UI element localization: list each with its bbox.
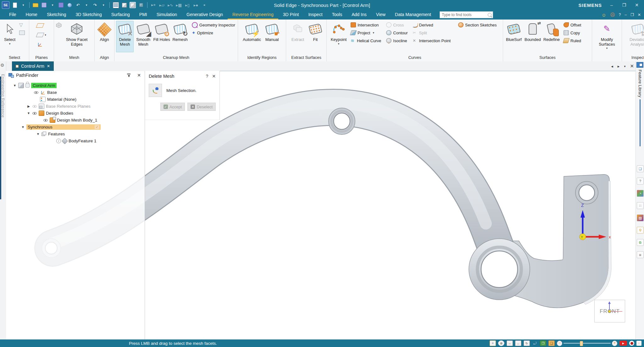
intersection-button[interactable]: Intersection: [350, 21, 382, 28]
tab-close-button[interactable]: ✕: [630, 63, 634, 69]
lower-hole[interactable]: [481, 251, 518, 287]
helical-curve-button[interactable]: ≋Helical Curve: [350, 37, 382, 44]
layer-overlay-icon[interactable]: ❑: [548, 340, 555, 346]
pan-icon[interactable]: ↔: [515, 340, 521, 346]
tree-node-base[interactable]: Base: [34, 89, 57, 96]
tab-3d-print[interactable]: 3D Print: [278, 10, 304, 20]
zoom-out-button[interactable]: −: [557, 341, 562, 346]
feedback-sad-icon[interactable]: ☹: [610, 12, 615, 18]
tab-home[interactable]: Home: [21, 10, 42, 20]
select-dropdown[interactable]: ▾: [9, 42, 11, 45]
bounded-button[interactable]: ⇄ Bounded: [524, 21, 542, 52]
view-styles-icon[interactable]: ❐: [540, 340, 546, 346]
mirror-tool-button[interactable]: ▸▯: [184, 2, 191, 8]
align-button[interactable]: Align: [96, 21, 113, 52]
node-label-features[interactable]: Features: [48, 132, 65, 136]
select-button[interactable]: Select ▾: [2, 21, 18, 52]
expand-icon[interactable]: ▼: [13, 84, 17, 87]
remesh-button[interactable]: ↻ Remesh: [171, 21, 189, 52]
fit-button[interactable]: Fit: [307, 21, 324, 52]
style-button[interactable]: [66, 2, 73, 8]
tab-inspect[interactable]: Inspect: [303, 10, 327, 20]
bracket-hole[interactable]: [579, 185, 595, 201]
qat-customize-button[interactable]: ≡: [201, 2, 208, 8]
group-label-planes[interactable]: Planes: [29, 54, 54, 61]
pathfinder-dock-icon[interactable]: ❏: [637, 165, 644, 172]
minimize-button[interactable]: –: [609, 3, 614, 8]
group-label-mesh[interactable]: Mesh: [54, 54, 94, 61]
planes-dropdown[interactable]: ▾: [45, 33, 46, 37]
node-label-bodyfeature[interactable]: BodyFeature 1: [69, 139, 97, 143]
upper-hole[interactable]: [334, 113, 350, 129]
tab-scroll-left-button[interactable]: ◂: [611, 64, 613, 69]
tab-reverse-engineering[interactable]: Reverse Engineering: [228, 10, 278, 20]
tree-node-material[interactable]: Material (None): [40, 96, 76, 103]
zoom-slider[interactable]: [564, 343, 611, 344]
manual-button[interactable]: ☛ Manual: [262, 21, 282, 52]
new-document-button[interactable]: [12, 2, 18, 8]
dialog-close-icon[interactable]: ✕: [212, 74, 216, 79]
tree-node-features[interactable]: ▼ Features: [36, 131, 65, 137]
sketch-layers-icon[interactable]: ⧉: [637, 239, 644, 246]
curve-tool-button[interactable]: ▸∿: [167, 2, 174, 8]
keypoint-dropdown[interactable]: ▾: [338, 42, 340, 45]
engineering-reference-tab[interactable]: Engineering Reference: [1, 74, 5, 117]
project-dropdown[interactable]: ▾: [372, 31, 374, 34]
shaded-edges-view-button[interactable]: [130, 2, 136, 8]
visibility-eye-icon[interactable]: [34, 90, 39, 95]
mesh-selection-step-button[interactable]: [149, 84, 162, 97]
zoom-in-button[interactable]: +: [612, 341, 617, 346]
tab-sketching[interactable]: Sketching: [42, 10, 71, 20]
save-button[interactable]: [58, 2, 64, 8]
visibility-hidden-icon[interactable]: [32, 104, 37, 109]
group-label-align[interactable]: Align: [95, 54, 114, 61]
feedback-happy-icon[interactable]: ☺: [602, 12, 606, 18]
group-label-inspect[interactable]: Inspect: [622, 54, 644, 61]
tab-tools[interactable]: Tools: [327, 10, 347, 20]
share-upload-button[interactable]: ↑: [636, 341, 641, 346]
app-logo-icon[interactable]: SE: [2, 1, 9, 9]
tab-view[interactable]: View: [371, 10, 390, 20]
tree-node-control-arm[interactable]: ▼ Control Arm: [13, 82, 57, 89]
bluesurf-button[interactable]: BlueSurf: [505, 21, 523, 52]
restore-button[interactable]: ❐: [621, 3, 627, 8]
key-icon[interactable]: ⚲: [637, 227, 644, 234]
wireframe-view-button[interactable]: [138, 2, 144, 8]
plane-tool-button[interactable]: ▸▱: [159, 2, 165, 8]
tab-file[interactable]: File: [4, 10, 21, 20]
help-folder-icon[interactable]: ?: [637, 178, 644, 185]
expand-icon[interactable]: ▶: [27, 105, 31, 108]
zoom-slider-handle[interactable]: [580, 341, 583, 346]
doc-restore-button[interactable]: ❐: [630, 13, 634, 17]
display-list-button[interactable]: [113, 2, 119, 8]
tab-surfacing[interactable]: Surfacing: [107, 10, 135, 20]
visibility-eye-icon[interactable]: [43, 118, 48, 122]
pattern-tool-button[interactable]: ▸▦: [176, 2, 182, 8]
coordinate-system-button[interactable]: [36, 41, 47, 48]
delete-mesh-button[interactable]: ✕ Delete Mesh: [116, 21, 134, 52]
node-label-base-reference-planes[interactable]: Base Reference Planes: [46, 104, 91, 109]
group-label-extract-surfaces[interactable]: Extract Surfaces: [286, 54, 326, 61]
common-views-icon[interactable]: ⤾: [532, 341, 538, 346]
contour-button[interactable]: Contour: [385, 29, 408, 36]
window-zoom-icon[interactable]: ⌗: [490, 340, 496, 346]
open-button[interactable]: [32, 2, 39, 8]
node-label-material[interactable]: Material (None): [47, 97, 76, 102]
tree-node-bodyfeature[interactable]: i BodyFeature 1: [56, 138, 97, 144]
group-label-identify-regions[interactable]: Identify Regions: [238, 54, 286, 61]
offset-button[interactable]: Offset: [563, 21, 582, 28]
keypoint-button[interactable]: Keypoint ▾: [328, 21, 349, 52]
new-document-dropdown[interactable]: ▾: [20, 2, 26, 8]
query-select-button[interactable]: ▽: [19, 21, 25, 28]
mesh-display-icon[interactable]: [56, 21, 63, 29]
tree-node-synchronous[interactable]: ▼ Synchronous✓: [21, 124, 101, 130]
isocline-button[interactable]: Isocline: [385, 37, 408, 44]
tree-node-design-bodies[interactable]: ▼ Design Bodies: [27, 110, 73, 117]
node-label-base[interactable]: Base: [47, 90, 57, 95]
intersection-point-button[interactable]: ✕Intersection Point: [412, 37, 452, 44]
tab-simulation[interactable]: Simulation: [152, 10, 182, 20]
group-label-curves[interactable]: Curves: [327, 54, 503, 61]
tab-list-dropdown[interactable]: ▾: [624, 65, 625, 68]
zoom-area-icon[interactable]: ⊕: [498, 340, 504, 346]
sphere-tool-button[interactable]: ▸●: [193, 2, 199, 8]
